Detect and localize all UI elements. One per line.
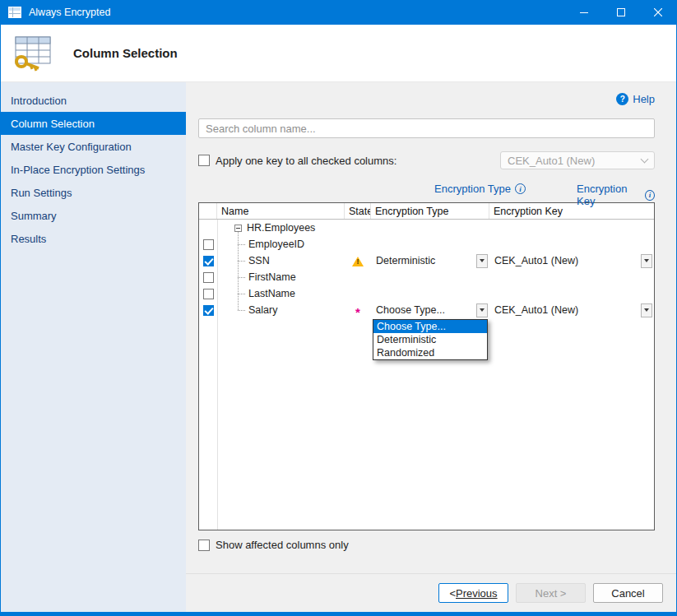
sidebar-item-introduction[interactable]: Introduction — [1, 89, 186, 112]
encryption-key-value: CEK_Auto1 (New) — [494, 304, 578, 316]
maximize-button[interactable] — [602, 0, 639, 25]
help-label: Help — [633, 93, 655, 105]
next-button: Next > — [516, 583, 586, 603]
always-encrypted-wizard-window: Always Encrypted Column Selection — [0, 0, 677, 616]
main-pane: ? Help Apply one key to all checked colu… — [186, 82, 676, 612]
previous-prefix: < — [449, 587, 456, 600]
sidebar-item-run-settings[interactable]: Run Settings — [1, 181, 186, 204]
chevron-down-icon[interactable] — [476, 303, 488, 317]
encryption-type-dropdown-list: Choose Type... Deterministic Randomized — [373, 319, 488, 360]
row-checkbox[interactable] — [203, 272, 214, 283]
footer-button-bar: < Previous Next > Cancel — [186, 573, 676, 612]
table-row-firstname: FirstName — [199, 269, 654, 285]
help-link[interactable]: ? Help — [198, 90, 655, 107]
table-row-employeeid: EmployeeID — [199, 236, 654, 252]
cek-key-dropdown: CEK_Auto1 (New) — [500, 151, 655, 169]
close-button[interactable] — [639, 0, 676, 25]
maximize-icon — [617, 8, 625, 16]
encryption-type-combo[interactable]: Choose Type... — [376, 303, 489, 317]
grid-header-name: Name — [217, 203, 345, 219]
minimize-icon — [580, 8, 588, 16]
table-row-lastname: LastName — [199, 285, 654, 302]
wizard-header: Column Selection — [1, 25, 676, 82]
dropdown-option-randomized[interactable]: Randomized — [373, 346, 487, 359]
apply-key-row: Apply one key to all checked columns: CE… — [198, 151, 655, 169]
column-name: EmployeeID — [248, 239, 304, 250]
column-name: Salary — [248, 304, 277, 316]
chevron-down-icon[interactable] — [476, 254, 488, 268]
row-checkbox[interactable] — [203, 256, 214, 266]
previous-label: Previous — [456, 587, 498, 600]
info-icon[interactable]: i — [515, 183, 526, 194]
grid-header-encryption-type: Encryption Type — [371, 203, 489, 219]
encryption-type-value: Deterministic — [376, 255, 435, 266]
cancel-button[interactable]: Cancel — [593, 583, 663, 603]
grid-header-state: State — [345, 203, 371, 219]
encryption-type-combo[interactable]: Deterministic — [376, 253, 489, 268]
warning-icon: ! — [351, 256, 364, 266]
column-name: FirstName — [248, 271, 296, 283]
grid-header-checkbox-col — [199, 203, 217, 219]
dropdown-option-choose-type[interactable]: Choose Type... — [373, 320, 487, 333]
window-bottom-border — [1, 612, 676, 616]
sidebar-item-results[interactable]: Results — [1, 227, 186, 250]
encryption-type-link-label: Encryption Type — [434, 183, 511, 195]
collapse-expander-icon[interactable] — [234, 225, 242, 232]
page-title: Column Selection — [73, 46, 178, 60]
content-area: Introduction Column Selection Master Key… — [1, 82, 676, 612]
encryption-key-value: CEK_Auto1 (New) — [494, 255, 578, 266]
chevron-down-icon[interactable] — [641, 254, 652, 268]
group-label: HR.Employees — [247, 222, 315, 234]
show-affected-label: Show affected columns only — [216, 539, 349, 551]
help-icon: ? — [616, 93, 628, 105]
search-input[interactable] — [198, 118, 655, 138]
sidebar-item-column-selection[interactable]: Column Selection — [1, 112, 186, 135]
show-affected-checkbox[interactable] — [198, 540, 210, 551]
app-icon — [8, 7, 21, 18]
cek-key-dropdown-value: CEK_Auto1 (New) — [508, 155, 642, 167]
sidebar-item-master-key-configuration[interactable]: Master Key Configuration — [1, 135, 186, 158]
close-icon — [654, 8, 662, 16]
columns-grid: Name State Encryption Type Encryption Ke… — [198, 202, 655, 530]
chevron-down-icon — [641, 155, 649, 164]
encryption-key-link[interactable]: Encryption Key i — [577, 183, 655, 207]
column-links-row: Encryption Type i Encryption Key i — [198, 183, 655, 196]
row-checkbox[interactable] — [203, 239, 214, 250]
apply-key-label: Apply one key to all checked columns: — [216, 155, 500, 167]
encryption-key-combo[interactable]: CEK_Auto1 (New) — [494, 253, 654, 268]
show-affected-row: Show affected columns only — [198, 539, 655, 551]
encryption-key-link-label: Encryption Key — [577, 183, 641, 207]
info-icon[interactable]: i — [645, 190, 655, 201]
sidebar-item-summary[interactable]: Summary — [1, 204, 186, 227]
table-row-salary: Salary * Choose Type... CEK_Auto1 ( — [199, 302, 654, 318]
row-checkbox[interactable] — [203, 289, 214, 299]
encryption-key-combo[interactable]: CEK_Auto1 (New) — [494, 303, 654, 317]
chevron-down-icon[interactable] — [641, 303, 652, 317]
encryption-type-value: Choose Type... — [376, 304, 445, 316]
column-name: SSN — [248, 255, 270, 266]
row-checkbox[interactable] — [203, 305, 214, 316]
title-bar: Always Encrypted — [1, 0, 676, 25]
grid-body: HR.Employees EmployeeID — [199, 220, 654, 530]
encryption-type-link[interactable]: Encryption Type i — [434, 183, 526, 195]
sidebar-item-in-place-encryption-settings[interactable]: In-Place Encryption Settings — [1, 158, 186, 181]
previous-button[interactable]: < Previous — [438, 583, 508, 603]
minimize-button[interactable] — [565, 0, 602, 25]
dropdown-option-deterministic[interactable]: Deterministic — [373, 333, 487, 346]
table-row-ssn: SSN ! Deterministic — [199, 252, 654, 269]
column-name: LastName — [248, 288, 295, 299]
table-group-row: HR.Employees — [199, 220, 654, 236]
apply-key-checkbox[interactable] — [198, 155, 210, 166]
table-key-icon — [11, 35, 53, 72]
window-title: Always Encrypted — [29, 7, 565, 18]
main-content: ? Help Apply one key to all checked colu… — [186, 82, 676, 573]
required-marker: * — [355, 308, 360, 317]
wizard-steps-sidebar: Introduction Column Selection Master Key… — [1, 82, 186, 612]
